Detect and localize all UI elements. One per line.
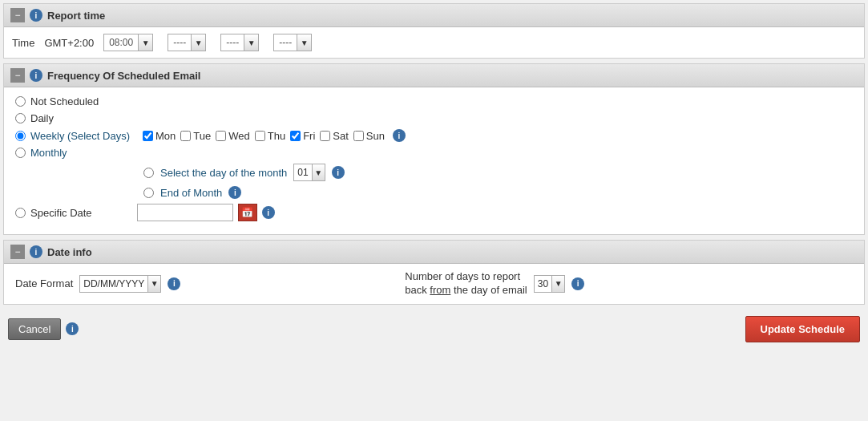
calendar-btn[interactable]: 📅 [238, 204, 257, 221]
cancel-button[interactable]: Cancel [8, 318, 61, 340]
sat-label: Sat [333, 130, 349, 142]
day-select-value: 01 [294, 167, 311, 178]
date-format-label: Date Format [15, 277, 73, 289]
frequency-section: − i Frequency Of Scheduled Email Not Sch… [3, 63, 865, 235]
dropdown1-value: ---- [168, 37, 191, 48]
sun-checkbox[interactable] [353, 131, 364, 141]
weekly-label: Weekly (Select Days) [30, 130, 130, 142]
mon-checkbox[interactable] [143, 131, 153, 141]
day-select-box: 01 ▼ [293, 164, 325, 181]
daily-radio[interactable] [15, 113, 26, 123]
day-wed: Wed [216, 130, 250, 142]
update-schedule-button[interactable]: Update Schedule [745, 316, 860, 342]
weekly-radio[interactable] [15, 131, 26, 141]
footer-left: Cancel i [8, 318, 79, 340]
time-dropdown-btn[interactable]: ▼ [138, 34, 152, 51]
fri-label: Fri [303, 130, 315, 142]
tue-checkbox[interactable] [180, 131, 191, 141]
select-day-info-icon: i [332, 166, 345, 179]
specific-date-input[interactable] [137, 204, 233, 221]
sun-label: Sun [366, 130, 385, 142]
specific-date-radio[interactable] [15, 208, 26, 218]
date-info-info-icon: i [30, 245, 42, 258]
date-info-header: − i Date info [4, 241, 864, 264]
days-row: Mon Tue Wed Thu [143, 129, 406, 142]
days-report-line2: back from the day of email [405, 284, 527, 298]
dropdown3: ---- ▼ [273, 34, 312, 51]
fri-checkbox[interactable] [290, 131, 301, 141]
specific-date-label: Specific Date [30, 207, 92, 219]
days-info-icon2: i [571, 277, 584, 290]
format-dropdown-btn[interactable]: ▼ [147, 276, 160, 292]
monthly-suboptions: Select the day of the month 01 ▼ i End o… [143, 164, 853, 199]
thu-checkbox[interactable] [255, 131, 265, 141]
report-time-collapse-btn[interactable]: − [10, 8, 25, 22]
footer-bar: Cancel i Update Schedule [3, 310, 865, 349]
frequency-header: − i Frequency Of Scheduled Email [4, 64, 864, 87]
dropdown3-btn[interactable]: ▼ [297, 34, 311, 51]
end-of-month-radio[interactable] [143, 188, 154, 198]
end-of-month-label: End of Month [160, 187, 222, 199]
frequency-collapse-btn[interactable]: − [10, 68, 25, 83]
not-scheduled-row: Not Scheduled [15, 95, 853, 107]
dropdown2-value: ---- [221, 37, 244, 48]
dropdown2-btn[interactable]: ▼ [244, 34, 258, 51]
day-select-btn[interactable]: ▼ [312, 164, 325, 180]
dropdown1-btn[interactable]: ▼ [191, 34, 205, 51]
num-dropdown-btn[interactable]: ▼ [551, 276, 564, 292]
format-select-box: DD/MM/YYYY ▼ [79, 275, 161, 293]
daily-row: Daily [15, 112, 853, 124]
end-of-month-row: End of Month i [143, 186, 853, 199]
daily-label: Daily [30, 112, 54, 124]
time-select-box: 08:00 ▼ [103, 34, 153, 51]
days-report-line1: Number of days to report [405, 270, 527, 284]
day-tue: Tue [180, 130, 211, 142]
dropdown1: ---- ▼ [168, 34, 206, 51]
monthly-label: Monthly [30, 147, 67, 159]
date-info-title: Date info [47, 246, 92, 258]
day-sun: Sun [353, 130, 385, 142]
format-value: DD/MM/YYYY [80, 278, 147, 289]
format-info-icon: i [168, 277, 180, 290]
time-label: Time [12, 37, 34, 49]
report-time-info-icon: i [30, 9, 42, 22]
date-info-body: Date Format DD/MM/YYYY ▼ i Number of day… [4, 264, 864, 304]
days-report-from: from [430, 284, 450, 296]
time-value: 08:00 [104, 37, 138, 48]
report-time-body: Time GMT+2:00 08:00 ▼ ---- ▼ ---- ▼ ----… [4, 27, 864, 58]
day-thu: Thu [255, 130, 285, 142]
wed-checkbox[interactable] [216, 131, 226, 141]
specific-date-row: Specific Date 📅 i [15, 204, 853, 221]
wed-label: Wed [228, 130, 250, 142]
dropdown2: ---- ▼ [220, 34, 259, 51]
days-report-group: Number of days to report back from the d… [405, 270, 584, 298]
end-of-month-info-icon: i [228, 186, 241, 199]
day-sat: Sat [320, 130, 349, 142]
num-select-box: 30 ▼ [534, 275, 565, 293]
not-scheduled-label: Not Scheduled [30, 95, 99, 107]
date-info-collapse-btn[interactable]: − [10, 245, 25, 259]
days-value: 30 [535, 278, 551, 289]
day-fri: Fri [290, 130, 315, 142]
frequency-body: Not Scheduled Daily Weekly (Select Days)… [4, 87, 864, 234]
specific-date-info-icon: i [262, 206, 275, 219]
thu-label: Thu [268, 130, 285, 142]
select-day-label: Select the day of the month [160, 167, 287, 179]
report-time-section: − i Report time Time GMT+2:00 08:00 ▼ --… [3, 3, 865, 59]
frequency-title: Frequency Of Scheduled Email [47, 70, 200, 82]
mon-label: Mon [155, 130, 176, 142]
footer-info-icon: i [66, 322, 79, 335]
weekly-row: Weekly (Select Days) Mon Tue Wed [15, 129, 853, 142]
tue-label: Tue [193, 130, 211, 142]
date-info-section: − i Date info Date Format DD/MM/YYYY ▼ i… [3, 240, 865, 305]
date-format-group: Date Format DD/MM/YYYY ▼ i [15, 275, 180, 293]
monthly-radio[interactable] [15, 148, 26, 158]
report-time-header: − i Report time [4, 4, 864, 27]
sat-checkbox[interactable] [320, 131, 330, 141]
timezone-label: GMT+2:00 [44, 37, 94, 49]
page-container: − i Report time Time GMT+2:00 08:00 ▼ --… [0, 0, 868, 421]
not-scheduled-radio[interactable] [15, 96, 26, 107]
select-day-radio[interactable] [143, 168, 154, 178]
days-report-label: Number of days to report back from the d… [405, 270, 527, 298]
dropdown3-value: ---- [274, 37, 297, 48]
